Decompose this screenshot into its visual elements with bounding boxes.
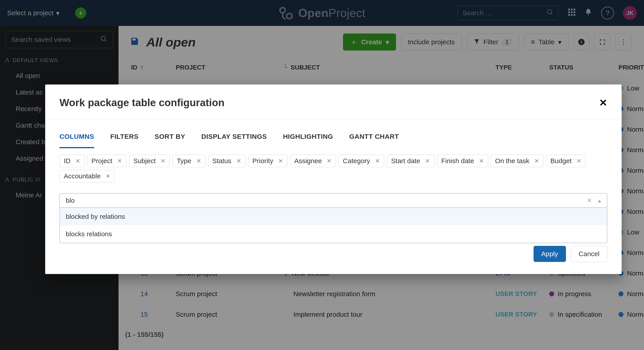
combo-value: blo	[66, 197, 75, 204]
selected-columns-chips: ID✕Project✕Subject✕Type✕Status✕Priority✕…	[45, 148, 622, 182]
modal-tabs: COLUMNSFILTERSSORT BYDISPLAY SETTINGSHIG…	[45, 119, 622, 148]
table-config-modal: Work package table configuration ✕ COLUM…	[45, 84, 622, 274]
column-chip[interactable]: Type✕	[172, 155, 205, 167]
tab-highlighting[interactable]: HIGHLIGHTING	[283, 133, 333, 148]
remove-chip-icon[interactable]: ✕	[160, 158, 166, 164]
column-options-dropdown: blocked by relationsblocks relations	[60, 208, 607, 243]
column-combo-wrap: blo ✕ ▴ blocked by relationsblocks relat…	[45, 182, 622, 243]
remove-chip-icon[interactable]: ✕	[479, 158, 484, 164]
close-icon[interactable]: ✕	[599, 97, 607, 108]
remove-chip-icon[interactable]: ✕	[75, 158, 80, 164]
column-chip[interactable]: Priority✕	[248, 155, 287, 167]
remove-chip-icon[interactable]: ✕	[278, 158, 283, 164]
remove-chip-icon[interactable]: ✕	[117, 158, 122, 164]
modal-title: Work package table configuration	[60, 96, 224, 109]
column-chip[interactable]: Budget✕	[546, 155, 586, 167]
tab-columns[interactable]: COLUMNS	[60, 133, 94, 148]
column-option[interactable]: blocked by relations	[60, 208, 607, 225]
remove-chip-icon[interactable]: ✕	[375, 158, 380, 164]
modal-actions: Apply Cancel	[45, 243, 622, 273]
clear-icon[interactable]: ✕	[587, 197, 592, 204]
column-chip[interactable]: Subject✕	[129, 155, 170, 167]
column-chip[interactable]: Assignee✕	[290, 155, 336, 167]
remove-chip-icon[interactable]: ✕	[196, 158, 201, 164]
remove-chip-icon[interactable]: ✕	[534, 158, 539, 164]
column-chip[interactable]: ID✕	[60, 155, 84, 167]
column-option[interactable]: blocks relations	[60, 225, 607, 243]
remove-chip-icon[interactable]: ✕	[327, 158, 332, 164]
column-search-input[interactable]: blo ✕ ▴	[60, 193, 607, 208]
remove-chip-icon[interactable]: ✕	[236, 158, 241, 164]
column-chip[interactable]: Category✕	[338, 155, 384, 167]
modal-header: Work package table configuration ✕	[45, 84, 622, 119]
column-chip[interactable]: Project✕	[87, 155, 126, 167]
column-chip[interactable]: Finish date✕	[437, 155, 488, 167]
cancel-button[interactable]: Cancel	[571, 246, 607, 262]
remove-chip-icon[interactable]: ✕	[425, 158, 430, 164]
tab-filters[interactable]: FILTERS	[110, 133, 138, 148]
tab-gantt-chart[interactable]: GANTT CHART	[349, 133, 399, 148]
remove-chip-icon[interactable]: ✕	[576, 158, 582, 164]
column-chip[interactable]: Accountable✕	[60, 170, 115, 182]
column-chip[interactable]: Status✕	[208, 155, 246, 167]
tab-display-settings[interactable]: DISPLAY SETTINGS	[201, 133, 267, 148]
column-chip[interactable]: On the task✕	[491, 155, 544, 167]
caret-up-icon[interactable]: ▴	[598, 197, 601, 204]
tab-sort-by[interactable]: SORT BY	[154, 133, 185, 148]
column-chip[interactable]: Start date✕	[387, 155, 434, 167]
apply-button[interactable]: Apply	[534, 246, 566, 262]
remove-chip-icon[interactable]: ✕	[106, 173, 110, 180]
